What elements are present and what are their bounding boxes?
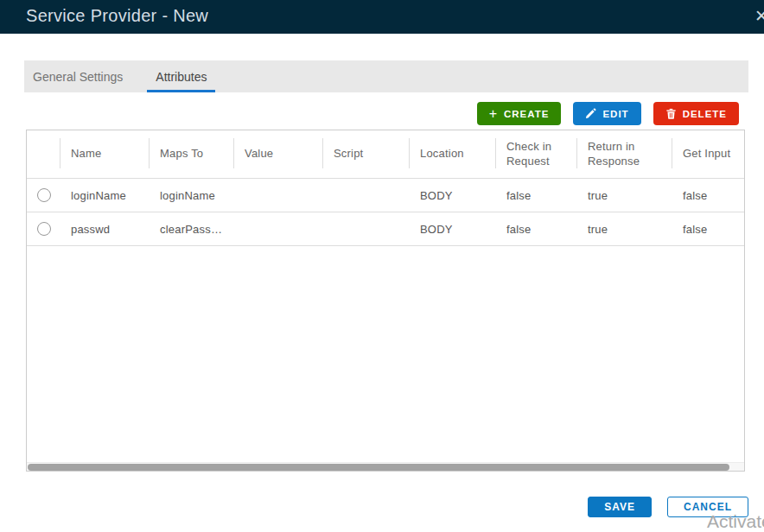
column-header-check-in-request: Check in Request (496, 130, 577, 178)
dialog-header: Service Provider - New ✕ (0, 0, 764, 34)
cell-check-in-request: false (496, 179, 577, 212)
create-button-label: CREATE (504, 109, 549, 119)
column-header-select (27, 130, 60, 178)
create-button[interactable]: + CREATE (477, 102, 562, 125)
cell-get-input: false (672, 212, 746, 245)
tab-general-settings[interactable]: General Settings (24, 60, 131, 92)
row-select-cell (27, 212, 60, 245)
delete-button-label: DELETE (683, 109, 727, 119)
edit-button-label: EDIT (602, 109, 628, 119)
delete-button[interactable]: DELETE (653, 102, 739, 125)
cell-script (323, 179, 410, 212)
column-header-name: Name (60, 130, 150, 178)
tab-bar: General Settings Attributes (24, 60, 748, 92)
column-header-get-input: Get Input (672, 130, 746, 178)
row-select-cell (27, 179, 60, 212)
table-empty-area (27, 245, 744, 462)
cell-get-input: false (672, 179, 746, 212)
close-icon[interactable]: ✕ (754, 7, 764, 26)
attributes-table: Name Maps To Value Script Location Check… (26, 130, 745, 472)
dialog-title: Service Provider - New (26, 6, 208, 26)
column-header-location: Location (410, 130, 496, 178)
cell-script (323, 212, 410, 245)
horizontal-scrollbar[interactable] (27, 462, 744, 471)
cell-return-in-response: true (577, 212, 672, 245)
cell-check-in-request: false (496, 212, 577, 245)
table-row[interactable]: passwd clearPass… BODY false true false (27, 212, 744, 245)
column-header-return-in-response: Return in Response (577, 130, 672, 178)
column-header-script: Script (323, 130, 410, 178)
cell-maps-to: clearPass… (150, 212, 234, 245)
trash-icon (665, 108, 677, 119)
cell-name: loginName (60, 179, 150, 212)
cell-maps-to: loginName (150, 179, 234, 212)
activate-watermark: Activate (707, 511, 764, 532)
table-row[interactable]: loginName loginName BODY false true fals… (27, 178, 744, 212)
cell-location: BODY (410, 179, 496, 212)
grid-toolbar: + CREATE EDIT DELETE (477, 102, 739, 125)
row-radio-button[interactable] (37, 222, 51, 236)
service-provider-dialog: Service Provider - New ✕ General Setting… (0, 0, 764, 532)
cell-location: BODY (410, 212, 496, 245)
plus-icon: + (489, 107, 498, 121)
table-header-row: Name Maps To Value Script Location Check… (27, 130, 744, 178)
column-header-maps-to: Maps To (150, 130, 234, 178)
cell-value (234, 179, 323, 212)
tab-attributes[interactable]: Attributes (147, 60, 215, 92)
cell-name: passwd (60, 212, 150, 245)
edit-button[interactable]: EDIT (573, 102, 640, 125)
pencil-icon (585, 108, 596, 119)
scrollbar-thumb[interactable] (28, 464, 729, 471)
cell-value (234, 212, 323, 245)
column-header-value: Value (234, 130, 323, 178)
row-radio-button[interactable] (37, 188, 51, 202)
cell-return-in-response: true (577, 179, 672, 212)
save-button[interactable]: SAVE (588, 497, 652, 517)
